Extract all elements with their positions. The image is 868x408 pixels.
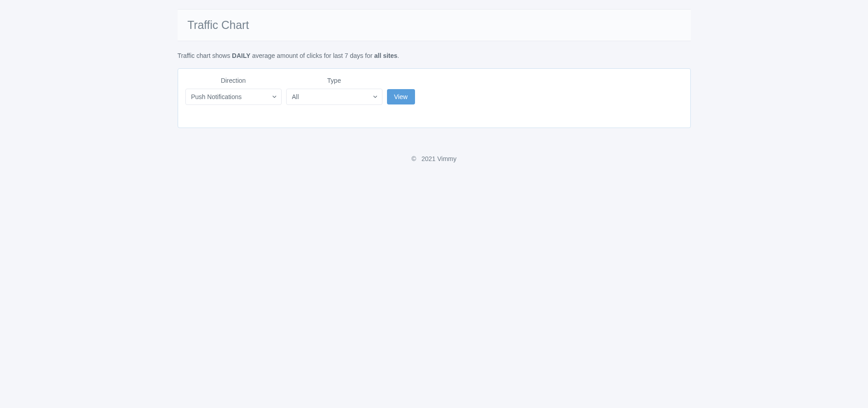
direction-label: Direction <box>221 77 245 84</box>
description-emphasis-daily: DAILY <box>232 52 250 59</box>
filter-form-row: Direction Push Notifications Type All Vi… <box>185 77 683 105</box>
description-suffix: . <box>397 52 399 59</box>
page-title: Traffic Chart <box>188 19 681 32</box>
footer-copyright: © <box>411 155 416 162</box>
type-label: Type <box>327 77 341 84</box>
page-header: Traffic Chart <box>178 9 691 41</box>
description-emphasis-sites: all sites <box>374 52 397 59</box>
direction-group: Direction Push Notifications <box>185 77 282 105</box>
description-text: Traffic chart shows DAILY average amount… <box>178 41 691 68</box>
footer: © 2021 Vimmy <box>0 146 868 171</box>
type-select[interactable]: All <box>286 89 382 105</box>
description-prefix: Traffic chart shows <box>178 52 232 59</box>
type-group: Type All <box>286 77 382 105</box>
direction-select[interactable]: Push Notifications <box>185 89 282 105</box>
description-middle: average amount of clicks for last 7 days… <box>250 52 374 59</box>
view-button[interactable]: View <box>387 89 415 104</box>
footer-text: 2021 Vimmy <box>421 155 457 162</box>
filter-card: Direction Push Notifications Type All Vi… <box>178 68 691 128</box>
